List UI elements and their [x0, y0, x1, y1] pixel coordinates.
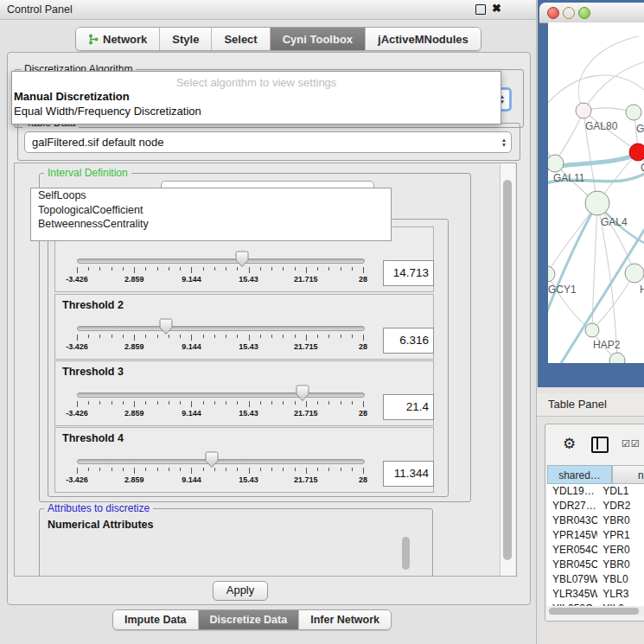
tab-select[interactable]: Select [212, 28, 270, 50]
network-node-gal80[interactable] [576, 103, 591, 118]
cell-shared-name[interactable]: YDL19… [547, 484, 597, 499]
threshold-value-field[interactable]: 11.344 [383, 461, 434, 487]
threshold-value-field[interactable]: 14.713 [383, 260, 434, 286]
cell-name[interactable]: YPR1 [597, 528, 644, 543]
tab-label: Network [103, 33, 147, 46]
close-window-icon[interactable]: ✖ [492, 2, 501, 15]
bottom-tab-impute-data[interactable]: Impute Data [113, 610, 199, 629]
popup-option-equal-width[interactable]: Equal Width/Frequency Discretization [14, 105, 498, 118]
slider-track[interactable] [77, 326, 365, 331]
zoom-traffic-light[interactable] [578, 7, 590, 19]
slider-track[interactable] [77, 392, 365, 398]
cell-name[interactable]: YBL0 [597, 572, 644, 587]
attribute-item[interactable]: TopologicalCoefficient [31, 203, 391, 218]
popup-option-manual[interactable]: Manual Discretization [14, 90, 498, 103]
slider-thumb[interactable] [205, 451, 219, 472]
minor-tick [226, 401, 226, 405]
minimize-traffic-light[interactable] [563, 7, 575, 19]
table-horizontal-scrollbar[interactable] [548, 607, 644, 615]
close-traffic-light[interactable] [547, 7, 559, 19]
gear-icon[interactable]: ⚙ [563, 435, 576, 453]
attribute-item[interactable]: BetweennessCentrality [31, 217, 391, 232]
column-header-shared-name[interactable]: shared… [547, 465, 612, 484]
viewport-scrollbar-track[interactable] [500, 163, 515, 576]
minor-tick [123, 468, 124, 471]
split-columns-icon[interactable] [591, 437, 609, 453]
threshold-value-field[interactable]: 21.4 [383, 394, 434, 420]
cell-name[interactable]: YBR0 [597, 513, 644, 528]
cell-shared-name[interactable]: YIL052C [547, 602, 597, 606]
minor-tick [145, 468, 146, 471]
threshold-panel-4: Threshold 4-3.4262.8599.14415.4321.71528… [54, 427, 434, 493]
cell-shared-name[interactable]: YDR27… [547, 499, 597, 513]
table-row[interactable]: YDL19…YDL1 [547, 484, 644, 499]
cell-shared-name[interactable]: YLR345W [547, 587, 597, 602]
column-header-name[interactable]: name [612, 465, 644, 484]
table-data-combobox[interactable]: galFiltered.sif default node ▲▼ [24, 131, 512, 153]
tick-label: 21.715 [284, 409, 328, 418]
cell-name[interactable]: YDL1 [597, 484, 644, 499]
table-row[interactable]: YBR043CYBR0 [547, 513, 644, 528]
network-view-window: GAL80GACGAL11GAL4GCY1HHAP2 [538, 0, 644, 387]
slider-thumb[interactable] [296, 385, 309, 405]
tab-style[interactable]: Style [160, 28, 212, 50]
major-tick [249, 468, 250, 474]
slider-thumb[interactable] [235, 251, 249, 271]
bottom-tab-infer-network[interactable]: Infer Network [299, 610, 391, 629]
tab-jactivemnodules[interactable]: jActiveMNodules [366, 28, 481, 50]
minor-tick [352, 335, 353, 338]
attribute-item[interactable]: SelfLoops [31, 188, 391, 203]
major-tick [363, 468, 364, 474]
select-columns-icon[interactable]: ☑☑ [622, 438, 641, 450]
table-horizontal-scrollbar-thumb[interactable] [549, 608, 639, 615]
table-row[interactable]: YDR27…YDR2 [547, 499, 644, 513]
table-row[interactable]: YBR045CYBR0 [547, 558, 644, 572]
table-row[interactable]: YLR345WYLR3 [547, 587, 644, 602]
tab-cyni-toolbox[interactable]: Cyni Toolbox [271, 28, 366, 50]
minor-tick [145, 267, 146, 271]
cell-name[interactable]: YER0 [597, 543, 644, 558]
minor-tick [180, 468, 181, 471]
network-node-gcy1[interactable] [548, 266, 555, 282]
minor-tick [180, 401, 181, 405]
slider-thumb[interactable] [159, 318, 173, 339]
minor-tick [99, 267, 100, 271]
cell-name[interactable]: YLR3 [597, 587, 644, 602]
network-node-gal4[interactable] [585, 191, 609, 215]
cell-shared-name[interactable]: YBL079W [547, 572, 597, 587]
minor-tick [295, 401, 296, 405]
network-node-gal11[interactable] [548, 155, 564, 172]
network-node-h[interactable] [625, 264, 644, 283]
cell-name[interactable]: YIL0 [597, 602, 644, 606]
node-label: GAL4 [601, 216, 628, 228]
cell-name[interactable]: YDR2 [597, 499, 644, 513]
attributes-list-scrollbar[interactable] [402, 537, 410, 570]
minor-tick [226, 267, 226, 271]
slider-track[interactable] [77, 459, 365, 464]
network-node[interactable] [609, 353, 625, 363]
bottom-tab-discretize-data[interactable]: Discretize Data [199, 610, 300, 629]
cell-shared-name[interactable]: YBR045C [547, 558, 597, 572]
network-canvas[interactable]: GAL80GACGAL11GAL4GCY1HHAP2 [548, 22, 644, 363]
table-row[interactable]: YPR145WYPR1 [547, 528, 644, 543]
cell-shared-name[interactable]: YBR043C [547, 513, 597, 528]
table-panel-body: ⚙ ☑☑ shared… name YDL19…YDL1YDR27…YDR2YB… [545, 424, 644, 622]
major-tick [77, 401, 78, 407]
float-window-icon[interactable] [475, 4, 486, 15]
viewport-scrollbar-thumb[interactable] [503, 180, 512, 560]
network-edge [578, 36, 639, 111]
network-node-ga[interactable] [626, 105, 641, 120]
threshold-value-field[interactable]: 6.316 [383, 328, 434, 354]
apply-button[interactable]: Apply [213, 581, 268, 601]
table-row[interactable]: YIL052CYIL0 [547, 602, 644, 606]
cell-shared-name[interactable]: YER054C [547, 543, 597, 558]
network-node-c[interactable] [629, 143, 644, 161]
slider-track[interactable] [77, 258, 365, 264]
tab-network[interactable]: Network [76, 28, 160, 50]
network-node-hap2[interactable] [585, 323, 599, 337]
cell-shared-name[interactable]: YPR145W [547, 528, 597, 543]
cell-name[interactable]: YBR0 [597, 558, 644, 572]
table-row[interactable]: YBL079WYBL0 [547, 572, 644, 587]
numerical-attributes-list[interactable]: SelfLoopsTopologicalCoefficientBetweenne… [30, 188, 392, 241]
table-row[interactable]: YER054CYER0 [547, 543, 644, 558]
